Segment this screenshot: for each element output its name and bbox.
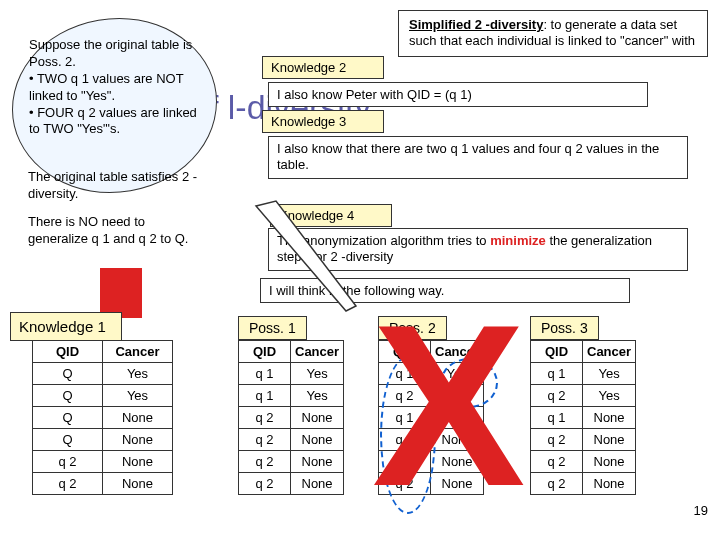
t1-h1: Cancer: [103, 341, 173, 363]
highlight-oval-yes: [440, 358, 498, 408]
t1-r3c1: None: [103, 429, 173, 451]
bubble-line-2: • TWO q 1 values are NOT linked to "Yes"…: [29, 71, 200, 105]
knowledge-3-text: I also know that there are two q 1 value…: [268, 136, 688, 179]
table-knowledge-1: QIDCancer QYes QYes QNone QNone q 2None …: [32, 340, 173, 495]
p1-h1: Cancer: [291, 341, 344, 363]
t1-r0c0: Q: [33, 363, 103, 385]
knowledge-2-text: I also know Peter with QID = (q 1): [268, 82, 648, 107]
poss-3-label: Poss. 3: [530, 316, 599, 340]
page-number: 19: [694, 503, 708, 518]
p1-r2c1: None: [291, 407, 344, 429]
p3-r3c1: None: [583, 429, 636, 451]
p3-h1: Cancer: [583, 341, 636, 363]
simplified-title: Simplified 2 -diversity: [409, 17, 543, 32]
t1-r2c1: None: [103, 407, 173, 429]
bubble-line-3: • FOUR q 2 values are linked to TWO "Yes…: [29, 105, 200, 139]
knowledge-1-label: Knowledge 1: [10, 312, 122, 341]
bubble-no-need: There is NO need to generalize q 1 and q…: [12, 210, 217, 252]
simplified-box: Simplified 2 -diversity: to generate a d…: [398, 10, 708, 57]
p3-h0: QID: [531, 341, 583, 363]
t1-r4c0: q 2: [33, 451, 103, 473]
p3-r2c1: None: [583, 407, 636, 429]
p1-r0c0: q 1: [239, 363, 291, 385]
k4-minimize: minimize: [490, 233, 546, 248]
p1-r1c0: q 1: [239, 385, 291, 407]
p3-r1c1: Yes: [583, 385, 636, 407]
p1-r5c0: q 2: [239, 473, 291, 495]
t1-r0c1: Yes: [103, 363, 173, 385]
p1-r0c1: Yes: [291, 363, 344, 385]
p3-r5c1: None: [583, 473, 636, 495]
p1-r4c1: None: [291, 451, 344, 473]
p2-r2c1: None: [431, 407, 484, 429]
t1-r5c1: None: [103, 473, 173, 495]
poss-1-label: Poss. 1: [238, 316, 307, 340]
t1-r2c0: Q: [33, 407, 103, 429]
p1-r4c0: q 2: [239, 451, 291, 473]
p3-r4c0: q 2: [531, 451, 583, 473]
t1-r4c1: None: [103, 451, 173, 473]
p1-r2c0: q 2: [239, 407, 291, 429]
p3-r3c0: q 2: [531, 429, 583, 451]
p3-r2c0: q 1: [531, 407, 583, 429]
p3-r0c0: q 1: [531, 363, 583, 385]
p2-r3c1: None: [431, 429, 484, 451]
poss-2-label: Poss. 2: [378, 316, 447, 340]
bubble-line-1: Suppose the original table is Poss. 2.: [29, 37, 200, 71]
p1-h0: QID: [239, 341, 291, 363]
knowledge-2-label: Knowledge 2: [262, 56, 384, 79]
t1-r1c0: Q: [33, 385, 103, 407]
t1-r5c0: q 2: [33, 473, 103, 495]
p3-r4c1: None: [583, 451, 636, 473]
p1-r5c1: None: [291, 473, 344, 495]
p1-r1c1: Yes: [291, 385, 344, 407]
knowledge-3-label: Knowledge 3: [262, 110, 384, 133]
svg-marker-0: [256, 201, 356, 311]
p1-r3c1: None: [291, 429, 344, 451]
t1-r3c0: Q: [33, 429, 103, 451]
table-poss-1: QIDCancer q 1Yes q 1Yes q 2None q 2None …: [238, 340, 344, 495]
p2-r5c1: None: [431, 473, 484, 495]
t1-h0: QID: [33, 341, 103, 363]
p3-r5c0: q 2: [531, 473, 583, 495]
bubble-satisfies: The original table satisfies 2 -diversit…: [12, 165, 217, 207]
red-bar-icon: [100, 268, 142, 318]
table-poss-3: QIDCancer q 1Yes q 2Yes q 1None q 2None …: [530, 340, 636, 495]
p1-r3c0: q 2: [239, 429, 291, 451]
p2-r4c1: None: [431, 451, 484, 473]
p3-r1c0: q 2: [531, 385, 583, 407]
callout-pointer: [246, 196, 366, 316]
t1-r1c1: Yes: [103, 385, 173, 407]
p3-r0c1: Yes: [583, 363, 636, 385]
highlight-oval-qid: [380, 356, 436, 514]
